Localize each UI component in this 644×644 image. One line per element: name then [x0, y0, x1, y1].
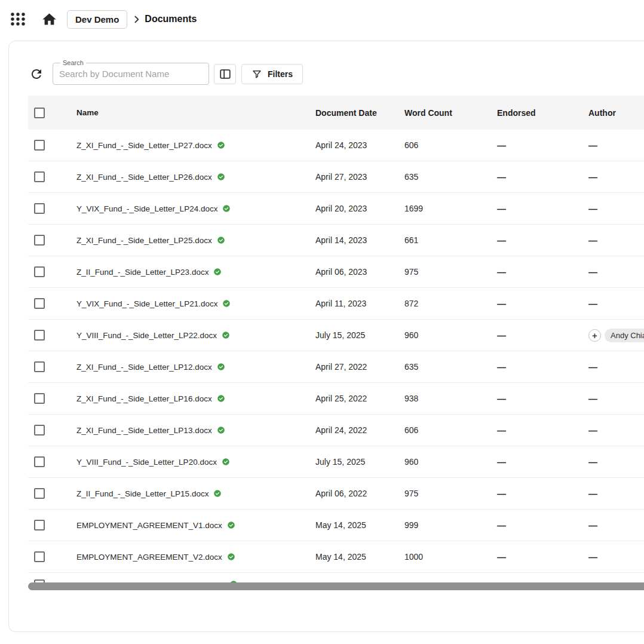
- document-date: April 27, 2022: [315, 362, 404, 372]
- row-checkbox[interactable]: [34, 361, 45, 372]
- column-header-name[interactable]: Name: [76, 108, 315, 117]
- document-name: Y_VIII_Fund_-_Side_Letter_LP22.docx: [76, 331, 217, 340]
- table-toolbar: Search Filters: [28, 63, 644, 85]
- row-checkbox[interactable]: [34, 488, 45, 499]
- horizontal-scrollbar-thumb[interactable]: [28, 582, 644, 590]
- table-row[interactable]: Z_XI_Fund_-_Side_Letter_LP27.docx April …: [28, 130, 644, 161]
- view-column-icon: [219, 68, 232, 81]
- document-name: Z_XI_Fund_-_Side_Letter_LP25.docx: [76, 236, 212, 245]
- row-checkbox[interactable]: [34, 266, 45, 277]
- author-cell: —: [584, 552, 644, 562]
- document-name: Z_XI_Fund_-_Side_Letter_LP27.docx: [76, 141, 212, 150]
- verified-check-icon: [217, 363, 225, 371]
- verified-check-icon: [222, 299, 231, 308]
- table-row[interactable]: Z_XI_Fund_-_Side_Letter_LP26.docx April …: [28, 161, 644, 193]
- documents-page: Dev Demo Documents Search: [0, 0, 644, 644]
- author-value: —: [588, 140, 598, 151]
- verified-check-icon: [227, 553, 235, 561]
- author-chip[interactable]: Andy Chian: [605, 329, 644, 342]
- word-count: 975: [404, 267, 495, 277]
- app-launcher-button[interactable]: [10, 11, 26, 27]
- refresh-button[interactable]: [28, 66, 45, 82]
- document-name: Z_II_Fund_-_Side_Letter_LP15.docx: [76, 489, 208, 498]
- row-checkbox[interactable]: [34, 520, 45, 530]
- table-row[interactable]: Y_VIX_Fund_-_Side_Letter_LP24.docx April…: [28, 193, 644, 225]
- word-count: 960: [404, 457, 495, 467]
- author-cell: —: [584, 425, 644, 436]
- word-count: 872: [404, 299, 495, 308]
- row-checkbox[interactable]: [34, 298, 45, 309]
- row-checkbox[interactable]: [34, 425, 45, 436]
- author-cell: —: [584, 489, 644, 499]
- verified-check-icon: [227, 521, 235, 529]
- author-cell: —: [584, 267, 644, 277]
- author-cell: +Andy Chian: [584, 329, 644, 342]
- home-icon: [41, 11, 57, 27]
- table-row[interactable]: Z_XI_Fund_-_Side_Letter_LP25.docx April …: [28, 225, 644, 256]
- table-row[interactable]: Z_XI_Fund_-_Side_Letter_LP13.docx April …: [28, 415, 644, 446]
- row-checkbox[interactable]: [34, 393, 45, 404]
- table-row[interactable]: Y_VIII_Fund_-_Side_Letter_LP20.docx July…: [28, 446, 644, 478]
- column-header-endorsed[interactable]: Endorsed: [495, 108, 584, 118]
- row-checkbox[interactable]: [34, 171, 45, 182]
- column-header-date[interactable]: Document Date: [315, 108, 404, 118]
- document-date: May 14, 2025: [315, 520, 404, 530]
- add-author-button[interactable]: +: [588, 329, 601, 342]
- row-checkbox[interactable]: [34, 330, 45, 341]
- row-checkbox[interactable]: [34, 140, 45, 151]
- document-date: May 14, 2025: [315, 552, 404, 562]
- endorsed-value: —: [495, 235, 584, 246]
- home-button[interactable]: [41, 11, 57, 27]
- author-cell: —: [584, 204, 644, 214]
- word-count: 999: [404, 520, 495, 530]
- column-header-author[interactable]: Author: [584, 108, 644, 118]
- document-date: April 20, 2023: [315, 204, 404, 213]
- word-count: 606: [404, 425, 495, 435]
- table-row[interactable]: Y_VIII_Fund_-_Side_Letter_LP22.docx July…: [28, 320, 644, 351]
- filter-funnel-icon: [252, 69, 262, 79]
- endorsed-value: —: [495, 520, 584, 530]
- documents-card: Search Filters: [8, 41, 644, 632]
- author-value: —: [588, 489, 598, 499]
- search-field-label: Search: [60, 59, 86, 67]
- breadcrumb-app-button[interactable]: Dev Demo: [67, 10, 127, 29]
- endorsed-value: —: [495, 267, 584, 277]
- author-value: —: [588, 235, 598, 246]
- endorsed-value: —: [495, 425, 584, 436]
- author-value: —: [588, 299, 598, 309]
- document-date: April 06, 2022: [315, 489, 404, 498]
- word-count: 1000: [404, 552, 495, 562]
- select-all-checkbox[interactable]: [34, 108, 45, 118]
- row-checkbox[interactable]: [34, 203, 45, 214]
- endorsed-value: —: [495, 140, 584, 151]
- document-name: Y_VIII_Fund_-_Side_Letter_LP20.docx: [76, 458, 217, 467]
- document-date: July 15, 2025: [315, 457, 404, 467]
- table-row[interactable]: EMPLOYMENT_AGREEMENT_V1.docx May 14, 202…: [28, 510, 644, 541]
- documents-table: Name Document Date Word Count Endorsed A…: [28, 96, 644, 590]
- filters-button-label: Filters: [268, 69, 293, 79]
- row-checkbox[interactable]: [34, 235, 45, 246]
- row-checkbox[interactable]: [34, 456, 45, 467]
- table-row[interactable]: Z_XI_Fund_-_Side_Letter_LP12.docx April …: [28, 351, 644, 383]
- endorsed-value: —: [495, 552, 584, 562]
- column-header-wordcount[interactable]: Word Count: [404, 108, 495, 118]
- document-name: EMPLOYMENT_AGREEMENT_V1.docx: [76, 521, 222, 530]
- endorsed-value: —: [495, 299, 584, 309]
- table-row[interactable]: EMPLOYMENT_AGREEMENT_V2.docx May 14, 202…: [28, 541, 644, 573]
- table-row-clipped: [28, 573, 644, 582]
- word-count: 938: [404, 394, 495, 403]
- table-row[interactable]: Z_II_Fund_-_Side_Letter_LP23.docx April …: [28, 256, 644, 288]
- author-value: —: [588, 172, 598, 182]
- row-checkbox[interactable]: [34, 551, 45, 562]
- filters-button[interactable]: Filters: [241, 64, 303, 84]
- horizontal-scrollbar: [28, 582, 644, 590]
- verified-check-icon: [213, 268, 222, 276]
- table-row[interactable]: Y_VIX_Fund_-_Side_Letter_LP21.docx April…: [28, 288, 644, 320]
- document-date: April 24, 2022: [315, 425, 404, 435]
- chevron-right-icon: [131, 14, 142, 24]
- columns-button[interactable]: [214, 64, 236, 84]
- table-row[interactable]: Z_II_Fund_-_Side_Letter_LP15.docx April …: [28, 478, 644, 510]
- verified-check-icon: [217, 236, 225, 244]
- table-row[interactable]: Z_XI_Fund_-_Side_Letter_LP16.docx April …: [28, 383, 644, 415]
- word-count: 1699: [404, 204, 495, 213]
